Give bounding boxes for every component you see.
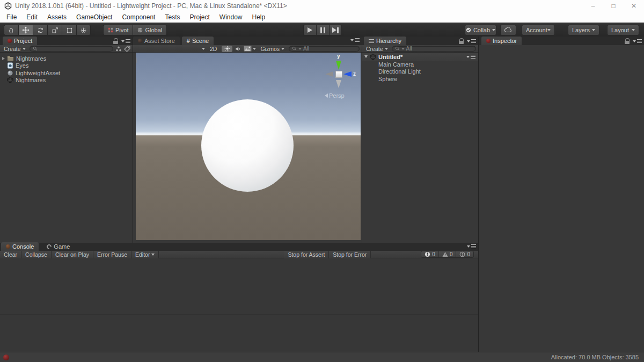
project-create-dropdown[interactable]: Create <box>2 46 27 52</box>
gizmos-dropdown[interactable]: Gizmos <box>258 46 287 52</box>
orientation-gizmo[interactable]: y z <box>318 57 358 97</box>
message-count-toggle[interactable]: 0 <box>456 251 473 257</box>
search-by-label-icon[interactable] <box>124 46 130 52</box>
panel-menu-icon[interactable] <box>121 39 130 43</box>
tab-project[interactable]: Project <box>3 37 37 45</box>
editor-label: Editor <box>135 251 150 258</box>
play-button[interactable] <box>303 25 316 35</box>
move-tool-button[interactable] <box>18 25 33 35</box>
menu-gameobject[interactable]: GameObject <box>71 12 117 23</box>
panel-menu-icon[interactable] <box>350 38 360 42</box>
gizmo-center-cube[interactable] <box>335 71 342 78</box>
close-button[interactable]: ✕ <box>624 2 644 10</box>
lighting-toggle-button[interactable] <box>222 46 232 52</box>
menu-bar: File Edit Assets GameObject Component Te… <box>0 12 644 23</box>
hand-tool-button[interactable] <box>4 25 18 35</box>
collab-dropdown[interactable]: Collab <box>465 25 496 35</box>
sphere-object[interactable] <box>201 99 294 192</box>
pause-button[interactable] <box>316 25 329 35</box>
toggle-2d-button[interactable]: 2D <box>207 46 219 52</box>
account-dropdown[interactable]: Account <box>522 25 555 35</box>
menu-file[interactable]: File <box>2 12 21 23</box>
maximize-button[interactable]: □ <box>603 2 624 10</box>
pivot-toggle-button[interactable]: Pivot <box>103 25 133 35</box>
collapse-button[interactable]: Collapse <box>21 251 52 258</box>
viewport-lock-icon[interactable] <box>136 57 137 63</box>
axis-x-arrow-icon[interactable] <box>325 71 333 77</box>
hierarchy-create-dropdown[interactable]: Create <box>364 46 390 52</box>
perspective-toggle[interactable]: Persp <box>325 92 345 99</box>
message-count: 0 <box>467 251 470 257</box>
hierarchy-item-main-camera[interactable]: Main Camera <box>362 61 478 68</box>
list-item[interactable]: Nightmares <box>0 55 133 62</box>
list-item[interactable]: LightweightAsset <box>0 69 133 77</box>
panel-menu-icon[interactable] <box>467 244 476 248</box>
tab-scene[interactable]: # Scene <box>182 37 214 45</box>
axis-y-arrow-icon[interactable] <box>336 61 341 70</box>
minimize-button[interactable]: – <box>583 2 603 10</box>
inspector-body <box>479 45 644 352</box>
expand-caret-icon[interactable] <box>2 57 5 60</box>
axis-down-arrow-icon[interactable] <box>336 80 341 88</box>
search-by-type-icon[interactable] <box>115 46 122 52</box>
axis-z-arrow-icon[interactable] <box>343 71 352 77</box>
error-count-toggle[interactable]: 0 <box>421 251 439 257</box>
menu-window[interactable]: Window <box>215 12 247 23</box>
warning-count-toggle[interactable]: 0 <box>439 251 457 257</box>
step-button[interactable] <box>329 25 342 35</box>
scene-search-input[interactable]: All <box>289 46 360 52</box>
scene-search-text: All <box>303 46 309 52</box>
layers-dropdown[interactable]: Layers <box>568 25 599 35</box>
item-label: Nightmares <box>16 55 46 62</box>
transform-icon <box>80 27 87 34</box>
layout-dropdown[interactable]: Layout <box>607 25 639 35</box>
effects-dropdown[interactable] <box>244 46 256 52</box>
draw-mode-dropdown[interactable] <box>202 48 205 50</box>
stop-for-assert-button[interactable]: Stop for Assert <box>284 251 329 258</box>
tab-inspector[interactable]: Inspector <box>481 37 522 45</box>
error-pause-button[interactable]: Error Pause <box>93 251 131 258</box>
scene-row-menu-icon[interactable] <box>466 55 475 59</box>
lock-icon[interactable] <box>113 38 118 44</box>
menu-edit[interactable]: Edit <box>21 12 42 23</box>
tab-hierarchy[interactable]: Hierarchy <box>364 37 406 45</box>
scale-tool-button[interactable] <box>47 25 62 35</box>
lock-icon[interactable] <box>459 38 464 44</box>
scene-root-row[interactable]: Untitled* <box>362 53 478 61</box>
list-item[interactable]: Nightmares <box>0 77 133 84</box>
project-search-input[interactable] <box>30 46 113 52</box>
hierarchy-search-text: All <box>406 46 412 52</box>
menu-project[interactable]: Project <box>185 12 214 23</box>
hierarchy-item-sphere[interactable]: Sphere <box>362 75 478 83</box>
project-tabstrip: Project <box>0 37 133 45</box>
console-log-area[interactable] <box>0 258 478 351</box>
rotate-tool-button[interactable] <box>33 25 47 35</box>
project-tab-icon <box>8 39 12 43</box>
transform-tool-button[interactable] <box>76 25 91 35</box>
menu-tests[interactable]: Tests <box>160 12 185 23</box>
hierarchy-item-directional-light[interactable]: Directional Light <box>362 68 478 76</box>
cloud-button[interactable] <box>500 25 516 35</box>
panel-menu-icon[interactable] <box>633 39 642 43</box>
panel-menu-icon[interactable] <box>467 39 476 43</box>
tab-game[interactable]: Game <box>42 242 75 251</box>
clear-on-play-button[interactable]: Clear on Play <box>52 251 93 258</box>
stop-for-error-button[interactable]: Stop for Error <box>329 251 371 258</box>
rect-tool-button[interactable] <box>62 25 76 35</box>
list-item[interactable]: Eyes <box>0 62 133 70</box>
global-toggle-button[interactable]: Global <box>133 25 167 35</box>
clear-button[interactable]: Clear <box>0 251 21 258</box>
console-splitter[interactable] <box>0 314 478 315</box>
tab-console[interactable]: Console <box>1 242 39 251</box>
tab-asset-store[interactable]: Asset Store <box>133 37 180 45</box>
collapse-caret-icon[interactable] <box>364 55 368 58</box>
menu-help[interactable]: Help <box>247 12 270 23</box>
editor-dropdown[interactable]: Editor <box>131 251 159 258</box>
scene-viewport[interactable]: y z Persp <box>136 53 361 240</box>
menu-assets[interactable]: Assets <box>42 12 71 23</box>
hierarchy-search-input[interactable]: All <box>392 46 476 52</box>
project-toolbar: Create <box>0 45 133 53</box>
menu-component[interactable]: Component <box>117 12 160 23</box>
lock-icon[interactable] <box>625 38 630 44</box>
audio-toggle-icon[interactable] <box>235 46 241 52</box>
